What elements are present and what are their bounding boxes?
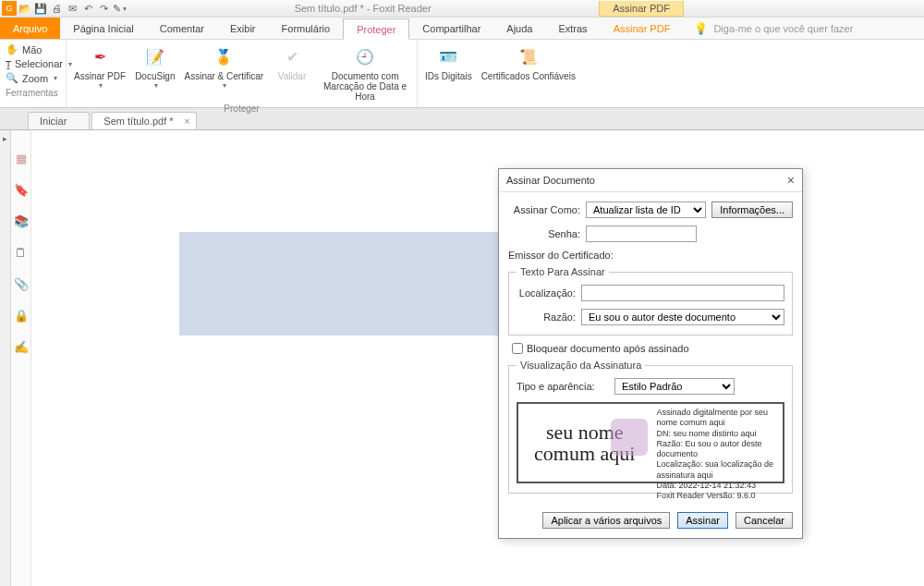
password-label: Senha: [508,228,580,239]
sign-certify-button[interactable]: 🏅 Assinar & Certificar [184,43,263,102]
ribbon-badge-icon: 🏅 [211,43,237,69]
window-title: Sem título.pdf * - Foxit Reader [127,3,599,14]
comments-panel-icon[interactable]: 🗒 [14,245,29,260]
tab-form[interactable]: Formulário [269,18,344,39]
signature-placeholder-rect[interactable] [179,232,505,336]
issuer-label: Emissor do Certificado: [508,250,793,261]
context-tab-label: Assinar PDF [599,1,684,17]
hand-tool[interactable]: ✋Mão [6,43,60,55]
tab-view[interactable]: Exibir [217,18,269,39]
check-shield-icon: ✔ [279,43,305,69]
sign-pdf-button[interactable]: ✒ Assinar PDF [74,43,126,102]
signatures-panel-icon[interactable]: ✍ [14,339,29,354]
open-icon[interactable]: 📂 [18,1,32,16]
close-dialog-icon[interactable]: × [787,173,795,188]
print-icon[interactable]: 🖨 [49,1,64,16]
tab-comment[interactable]: Comentar [147,18,217,39]
security-panel-icon[interactable]: 🔒 [14,308,29,323]
layers-panel-icon[interactable]: 📚 [14,214,29,228]
tools-group-caption: Ferramentas [6,88,60,98]
lightbulb-icon: 💡 [694,22,708,35]
validate-button: ✔ Validar [273,43,311,102]
collapse-handle[interactable]: ▸ [0,130,11,586]
tab-protect[interactable]: Proteger [343,18,409,40]
zoom-tool[interactable]: 🔍Zoom [6,72,60,84]
cancel-button[interactable]: Cancelar [736,512,793,529]
pages-panel-icon[interactable]: ▦ [14,151,29,165]
location-input[interactable] [581,285,784,301]
document-tab-bar: Iniciar Sem título.pdf * × [0,108,924,130]
chevron-right-icon: ▸ [3,134,7,143]
clock-doc-icon: 🕘 [352,43,378,69]
docusign-icon: 📝 [142,43,168,69]
save-icon[interactable]: 💾 [33,1,48,16]
tab-home[interactable]: Página Inicial [60,18,146,39]
sign-button[interactable]: Assinar [677,512,728,529]
lock-checkbox[interactable] [512,343,523,354]
certificate-icon: 📜 [516,43,541,69]
select-icon: Ṯ [6,59,11,69]
digital-ids-button[interactable]: 🪪 IDs Digitais [425,43,472,81]
docusign-button[interactable]: 📝 DocuSign [135,43,175,102]
sign-as-select[interactable]: Atualizar lista de ID [586,201,706,218]
sign-as-label: Assinar Como: [508,204,580,215]
text-to-sign-legend: Texto Para Assinar [517,266,609,277]
ribbon-panel: ✋Mão ṮSelecionar 🔍Zoom Ferramentas ✒ Ass… [0,40,924,108]
preview-name: seu nome comum aqui [518,404,651,482]
tell-me-search[interactable]: 💡 Diga-me o que você quer fazer [683,18,924,39]
trusted-certs-button[interactable]: 📜 Certificados Confiáveis [481,43,576,81]
tab-extras[interactable]: Extras [545,18,600,39]
location-label: Localização: [517,287,576,299]
signature-preview: seu nome comum aqui Assinado digitalment… [517,402,784,483]
redo-icon[interactable]: ↷ [96,1,111,16]
zoom-icon: 🔍 [6,72,18,84]
appearance-select[interactable]: Estilo Padrão [614,378,735,395]
info-button[interactable]: Informações... [711,201,793,218]
apply-multiple-button[interactable]: Aplicar a vários arquivos [542,512,670,529]
email-icon[interactable]: ✉ [65,1,79,16]
text-to-sign-fieldset: Texto Para Assinar Localização: Razão: E… [508,266,793,336]
dialog-title: Assinar Documento [506,175,595,186]
ribbon-ids-group: 🪪 IDs Digitais 📜 Certificados Confiáveis [418,40,583,107]
undo-icon[interactable]: ↶ [80,1,95,16]
reason-select[interactable]: Eu sou o autor deste documento [581,309,784,325]
bookmarks-panel-icon[interactable]: 🔖 [14,182,29,197]
navigation-panel: ▦ 🔖 📚 🗒 📎 🔒 ✍ [11,130,31,586]
preview-fieldset: Visualização da Assinatura Tipo e aparên… [508,360,793,494]
close-tab-icon[interactable]: × [184,116,189,127]
protect-group-caption: Proteger [224,104,259,114]
appearance-label: Tipo e aparência: [517,381,609,392]
quick-access-toolbar: G 📂 💾 🖨 ✉ ↶ ↷ ✎ [0,1,127,16]
select-tool[interactable]: ṮSelecionar [6,58,60,69]
preview-legend: Visualização da Assinatura [517,360,645,371]
id-card-icon: 🪪 [435,43,461,69]
pen-icon: ✒ [87,43,113,69]
tab-file[interactable]: Arquivo [0,18,60,39]
ribbon-tabs: Arquivo Página Inicial Comentar Exibir F… [0,18,924,40]
tab-document[interactable]: Sem título.pdf * × [91,112,196,129]
tab-help[interactable]: Ajuda [493,18,545,39]
ribbon-protect-group: ✒ Assinar PDF 📝 DocuSign 🏅 Assinar & Cer… [67,40,418,107]
attachments-panel-icon[interactable]: 📎 [14,276,29,291]
tab-share[interactable]: Compartilhar [409,18,493,39]
password-input[interactable] [586,226,697,242]
app-icon[interactable]: G [2,1,17,16]
title-bar: G 📂 💾 🖨 ✉ ↶ ↷ ✎ Sem título.pdf * - Foxit… [0,0,924,18]
hand-icon: ✋ [6,43,18,55]
qat-more-icon[interactable]: ✎ [112,1,127,16]
tab-sign-pdf[interactable]: Assinar PDF [601,18,684,39]
sign-document-dialog: Assinar Documento × Assinar Como: Atuali… [498,168,803,539]
ribbon-tools-group: ✋Mão ṮSelecionar 🔍Zoom Ferramentas [0,40,67,107]
timestamp-button[interactable]: 🕘 Documento com Marcação de Data e Hora [321,43,409,102]
tab-start[interactable]: Iniciar [28,112,90,129]
preview-details: Assinado digitalmente por seu nome comum… [651,404,783,482]
reason-label: Razão: [517,311,576,323]
tell-me-placeholder: Diga-me o que você quer fazer [713,23,853,34]
lock-label: Bloquear documento após assinado [527,343,689,354]
